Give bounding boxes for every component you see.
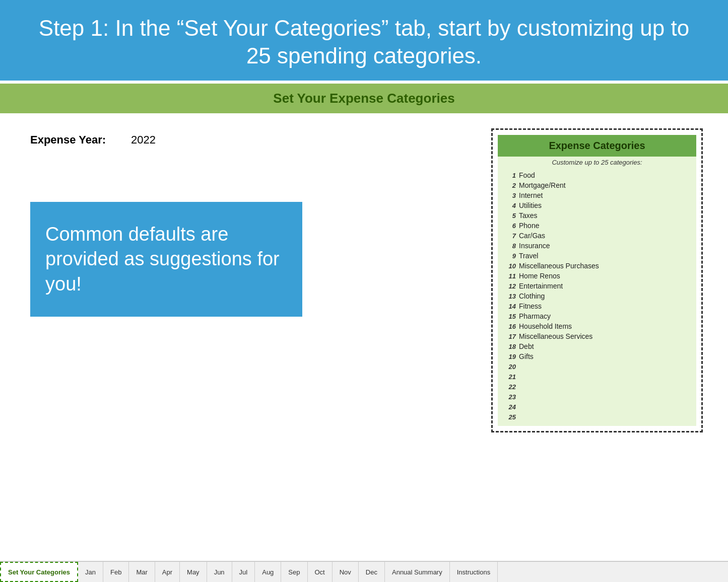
- category-num: 9: [502, 252, 516, 260]
- tab-bar: Set Your CategoriesJanFebMarAprMayJunJul…: [0, 561, 728, 582]
- category-name: Entertainment: [519, 282, 563, 290]
- subheader: Set Your Expense Categories: [0, 84, 728, 113]
- tab-dec[interactable]: Dec: [359, 562, 385, 582]
- category-name: Gifts: [519, 352, 534, 360]
- category-name: Phone: [519, 222, 539, 230]
- category-row: 5Taxes: [502, 210, 692, 221]
- tab-annual-summary[interactable]: Annual Summary: [385, 562, 450, 582]
- tab-nov[interactable]: Nov: [333, 562, 359, 582]
- category-row: 12Entertainment: [502, 281, 692, 291]
- category-name: Household Items: [519, 322, 572, 330]
- category-row: 6Phone: [502, 221, 692, 231]
- tab-feb[interactable]: Feb: [103, 562, 129, 582]
- category-row: 24: [502, 402, 692, 412]
- category-row: 20: [502, 361, 692, 372]
- category-name: [519, 373, 521, 381]
- tab-set-your-categories[interactable]: Set Your Categories: [0, 562, 78, 582]
- category-num: 12: [502, 282, 516, 290]
- category-row: 23: [502, 392, 692, 402]
- page-wrapper: Step 1: In the “Set Your Categories” tab…: [0, 0, 728, 582]
- tab-sep[interactable]: Sep: [281, 562, 307, 582]
- category-num: 10: [502, 262, 516, 270]
- tab-jan[interactable]: Jan: [78, 562, 103, 582]
- category-num: 5: [502, 212, 516, 220]
- category-name: [519, 383, 521, 391]
- category-name: Utilities: [519, 201, 542, 209]
- category-row: 13Clothing: [502, 291, 692, 301]
- category-name: Miscellaneous Services: [519, 332, 592, 340]
- category-name: Clothing: [519, 292, 545, 300]
- category-num: 16: [502, 323, 516, 330]
- tab-apr[interactable]: Apr: [155, 562, 180, 582]
- category-row: 10Miscellaneous Purchases: [502, 261, 692, 271]
- left-panel: Expense Year: 2022 Common defaults are p…: [30, 128, 471, 432]
- dashed-box: Expense Categories Customize up to 25 ca…: [491, 128, 703, 432]
- category-row: 25: [502, 412, 692, 422]
- category-num: 17: [502, 333, 516, 340]
- category-name: Insurance: [519, 242, 550, 250]
- category-name: Mortgage/Rent: [519, 181, 566, 189]
- category-row: 19Gifts: [502, 351, 692, 361]
- category-num: 3: [502, 192, 516, 199]
- tab-instructions[interactable]: Instructions: [450, 562, 498, 582]
- category-name: Car/Gas: [519, 232, 545, 240]
- tab-jul[interactable]: Jul: [232, 562, 255, 582]
- tab-oct[interactable]: Oct: [308, 562, 333, 582]
- category-name: [519, 403, 521, 411]
- tab-jun[interactable]: Jun: [207, 562, 232, 582]
- categories-subtitle: Customize up to 25 categories:: [498, 157, 696, 169]
- blue-box-text: Common defaults are provided as suggesti…: [45, 224, 280, 295]
- expense-year-row: Expense Year: 2022: [30, 133, 471, 147]
- category-row: 18Debt: [502, 341, 692, 351]
- category-name: Fitness: [519, 302, 542, 310]
- category-name: Debt: [519, 342, 534, 350]
- category-row: 16Household Items: [502, 321, 692, 331]
- category-num: 25: [502, 413, 516, 421]
- category-row: 22: [502, 382, 692, 392]
- categories-list: 1Food2Mortgage/Rent3Internet4Utilities5T…: [498, 169, 696, 426]
- category-name: [519, 413, 521, 421]
- categories-table-header: Expense Categories: [498, 135, 696, 157]
- category-row: 15Pharmacy: [502, 311, 692, 321]
- header-title: Step 1: In the “Set Your Categories” tab…: [30, 14, 698, 69]
- expense-year-value: 2022: [131, 133, 156, 147]
- category-num: 22: [502, 383, 516, 391]
- category-num: 19: [502, 353, 516, 360]
- main-content: Expense Year: 2022 Common defaults are p…: [0, 113, 728, 438]
- category-name: [519, 393, 521, 401]
- category-name: [519, 362, 521, 371]
- category-row: 14Fitness: [502, 301, 692, 311]
- category-num: 1: [502, 172, 516, 179]
- category-name: Internet: [519, 191, 543, 199]
- category-row: 9Travel: [502, 251, 692, 261]
- category-row: 17Miscellaneous Services: [502, 331, 692, 341]
- category-num: 20: [502, 363, 516, 371]
- category-row: 1Food: [502, 170, 692, 180]
- category-num: 24: [502, 403, 516, 411]
- category-num: 11: [502, 272, 516, 280]
- category-name: Taxes: [519, 211, 538, 220]
- category-num: 21: [502, 373, 516, 381]
- category-name: Miscellaneous Purchases: [519, 262, 599, 270]
- category-row: 3Internet: [502, 190, 692, 200]
- tab-may[interactable]: May: [180, 562, 207, 582]
- category-num: 15: [502, 313, 516, 320]
- category-name: Home Renos: [519, 272, 560, 280]
- category-num: 23: [502, 393, 516, 401]
- category-num: 18: [502, 343, 516, 350]
- category-name: Food: [519, 171, 535, 179]
- category-num: 2: [502, 182, 516, 189]
- subheader-title: Set Your Expense Categories: [7, 91, 721, 106]
- expense-year-label: Expense Year:: [30, 133, 106, 147]
- category-num: 4: [502, 202, 516, 209]
- right-panel: Expense Categories Customize up to 25 ca…: [491, 128, 703, 432]
- category-row: 7Car/Gas: [502, 231, 692, 241]
- category-name: Travel: [519, 252, 538, 260]
- category-num: 7: [502, 232, 516, 240]
- category-num: 13: [502, 293, 516, 300]
- blue-box: Common defaults are provided as suggesti…: [30, 202, 302, 317]
- category-row: 4Utilities: [502, 200, 692, 210]
- tab-aug[interactable]: Aug: [255, 562, 281, 582]
- category-row: 2Mortgage/Rent: [502, 180, 692, 190]
- tab-mar[interactable]: Mar: [129, 562, 155, 582]
